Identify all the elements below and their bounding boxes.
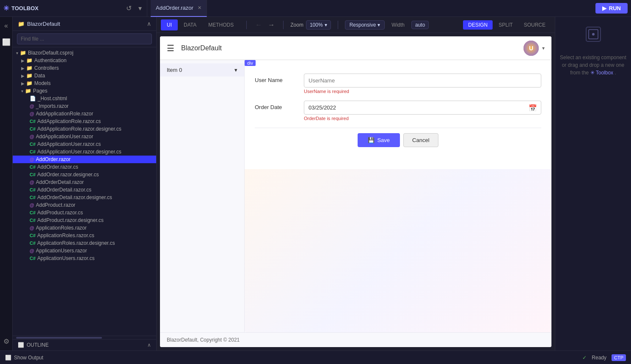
toolbar-separator [246, 21, 247, 29]
username-field: UserName is required [304, 74, 541, 94]
tab-ui[interactable]: UI [161, 19, 178, 30]
avatar-dropdown-icon[interactable]: ▾ [542, 45, 545, 51]
tree-item-addorderdetail-cs[interactable]: C# AddOrderDetail.razor.cs [13, 186, 156, 194]
tree-item-addorderdetail-designer[interactable]: C# AddOrderDetail.razor.designer.cs [13, 194, 156, 201]
tree-item-blazordefault-csproj[interactable]: ▾ 📁 BlazorDefault.csproj [13, 49, 156, 57]
calendar-icon[interactable]: 📅 [529, 104, 537, 112]
tree-item-applicationroles-cs[interactable]: C# ApplicationRoles.razor.cs [13, 232, 156, 239]
outline-section: ⬜ OUTLINE ∧ [13, 339, 156, 350]
pages-icon[interactable]: ⬜ [2, 38, 11, 46]
menu-icon[interactable]: ☰ [167, 43, 174, 53]
outline-label: ⬜ OUTLINE [18, 342, 49, 348]
collapse-icon[interactable]: « [4, 22, 8, 30]
show-output-button[interactable]: ⬜ Show Output [5, 355, 43, 361]
username-input[interactable] [304, 74, 541, 88]
tree-item-addapplicationrole-cs[interactable]: C# AddApplicationRole.razor.cs [13, 118, 156, 125]
outline-icon: ⬜ [18, 342, 24, 348]
tab-methods[interactable]: METHODS [202, 19, 240, 30]
tree-item-addproduct-cs[interactable]: C# AddProduct.razor.cs [13, 209, 156, 216]
tab-addorder-razor[interactable]: AddOrder.razor ✕ [151, 0, 207, 17]
toolbox-title: TOOLBOX [11, 5, 39, 11]
orderdate-input[interactable] [304, 101, 541, 115]
tree-item-addorder-cs[interactable]: C# AddOrder.razor.cs [13, 163, 156, 171]
tree-item-applicationusers-cs[interactable]: C# ApplicationUsers.razor.cs [13, 255, 156, 262]
tree-item-addapplicationuser[interactable]: @ AddApplicationUser.razor [13, 133, 156, 140]
tree-item-addproduct[interactable]: @ AddProduct.razor [13, 201, 156, 209]
app-title: BlazorDefault [181, 44, 222, 52]
show-output-label: Show Output [14, 355, 43, 361]
view-design-button[interactable]: DESIGN [463, 20, 493, 30]
tree-item-imports-razor[interactable]: @ _Imports.razor [13, 102, 156, 110]
more-button[interactable]: ▾ [137, 3, 143, 13]
tree-item-addorderdetail[interactable]: @ AddOrderDetail.razor [13, 178, 156, 186]
top-bar-right: ▶ RUN [595, 3, 628, 14]
tree-item-applicationroles[interactable]: @ ApplicationRoles.razor [13, 224, 156, 232]
tab-data[interactable]: DATA [178, 19, 202, 30]
razor-icon: @ [30, 157, 34, 162]
footer-text: BlazorDefault, Copyright © 2021 [167, 337, 240, 343]
tree-item-data[interactable]: ▶ 📁 Data [13, 72, 156, 79]
responsive-dropdown[interactable]: Responsive ▾ [345, 20, 385, 30]
tree-item-pages[interactable]: ▾ 📁 Pages [13, 87, 156, 95]
zoom-dropdown[interactable]: 100% ▾ [306, 20, 331, 30]
tree-label: _Host.cshtml [38, 96, 67, 101]
preview-nav: Item 0 ▾ [160, 60, 245, 332]
chevron-right-icon: ▶ [21, 74, 25, 78]
tree-item-addproduct-designer[interactable]: C# AddProduct.razor.designer.cs [13, 216, 156, 224]
svg-point-5 [592, 33, 595, 36]
avatar-image: U [524, 41, 539, 56]
tree-item-authentication[interactable]: ▶ 📁 Authentication [13, 57, 156, 64]
tree-item-applicationroles-designer[interactable]: C# ApplicationRoles.razor.designer.cs [13, 239, 156, 247]
tree-item-models[interactable]: ▶ 📁 Models [13, 79, 156, 87]
tree-item-addapplicationrole-razor[interactable]: @ AddApplicationRole.razor [13, 110, 156, 118]
tree-item-addorder-designer[interactable]: C# AddOrder.razor.designer.cs [13, 171, 156, 178]
cs-icon: C# [30, 195, 36, 200]
file-sidebar: 📁 BlazorDefault ∧ ▾ 📁 BlazorDefault.cspr… [13, 17, 157, 350]
tree-item-addorder-razor[interactable]: @ AddOrder.razor [13, 156, 156, 163]
refresh-button[interactable]: ↺ [124, 3, 133, 13]
tree-item-addapplicationuser-designer[interactable]: C# AddApplicationUser.razor.designer.cs [13, 148, 156, 156]
ctp-badge[interactable]: CTP [612, 354, 626, 361]
cs-icon: C# [30, 119, 36, 124]
outline-header[interactable]: ⬜ OUTLINE ∧ [13, 339, 156, 350]
undo-button[interactable]: ← [254, 20, 264, 30]
tree-item-host-cshtml[interactable]: 📄 _Host.cshtml [13, 95, 156, 102]
cs-icon: C# [30, 210, 36, 215]
tree-item-applicationusers[interactable]: @ ApplicationUsers.razor [13, 247, 156, 255]
tree-label: ApplicationRoles.razor.cs [37, 233, 94, 238]
user-avatar[interactable]: U [524, 41, 539, 56]
file-search-input[interactable] [17, 33, 152, 44]
view-source-button[interactable]: SOURCE [519, 20, 551, 30]
top-bar-left: ✳ TOOLBOX ↺ ▾ [3, 0, 147, 16]
tree-label: Data [34, 73, 45, 79]
settings-icon[interactable]: ⚙ [3, 337, 9, 345]
svg-text:U: U [529, 45, 533, 52]
tree-item-controllers[interactable]: ▶ 📁 Controllers [13, 64, 156, 72]
tree-item-addapplicationrole-designer[interactable]: C# AddApplicationRole.razor.designer.cs [13, 125, 156, 133]
tab-close-button[interactable]: ✕ [198, 5, 201, 11]
tree-label: AddOrderDetail.razor.cs [37, 187, 91, 193]
sidebar-collapse-button[interactable]: ∧ [147, 20, 151, 27]
checkmark-icon: ✓ [582, 355, 587, 361]
razor-icon: @ [30, 203, 34, 208]
tree-label: ApplicationRoles.razor [36, 225, 87, 231]
preview-inner: ☰ BlazorDefault [160, 36, 551, 347]
sidebar-search-area [13, 31, 156, 47]
zoom-control: Zoom 100% ▾ [290, 20, 331, 30]
cs-icon: C# [30, 233, 36, 238]
razor-icon: @ [30, 225, 34, 230]
tree-label: AddProduct.razor.designer.cs [37, 217, 104, 223]
folder-icon: 📁 [26, 80, 33, 86]
redo-button[interactable]: → [266, 20, 276, 30]
nav-item-0[interactable]: Item 0 ▾ [160, 63, 244, 77]
cancel-button[interactable]: Cancel [403, 133, 438, 147]
save-label: Save [377, 137, 390, 143]
run-button[interactable]: ▶ RUN [595, 3, 628, 14]
chevron-down-icon: ▾ [234, 67, 237, 73]
view-split-button[interactable]: SPLIT [493, 20, 518, 30]
save-button[interactable]: 💾 Save [358, 133, 400, 147]
cs-icon: C# [30, 187, 36, 192]
background-gradient [245, 169, 551, 332]
orderdate-error: OrderDate is required [304, 116, 541, 121]
tree-item-addapplicationuser-cs[interactable]: C# AddApplicationUser.razor.cs [13, 140, 156, 148]
